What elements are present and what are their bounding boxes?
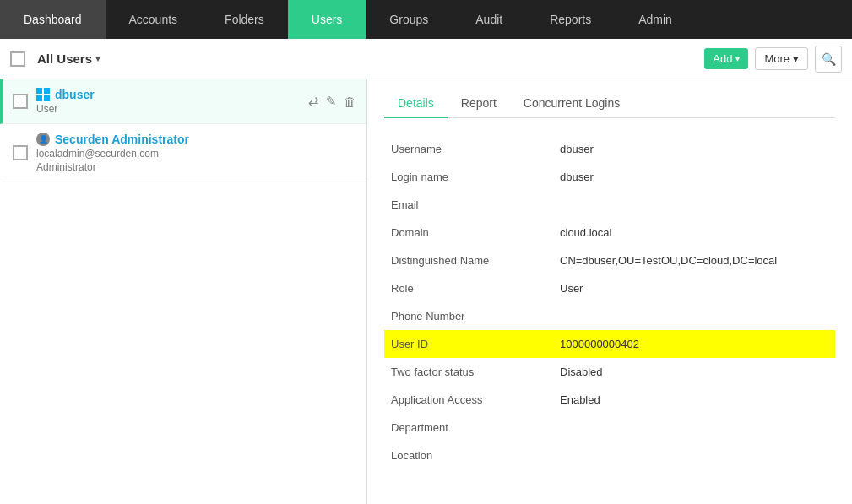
nav-audit[interactable]: Audit [452, 0, 526, 39]
field-distinguished-name: Distinguished Name CN=dbuser,OU=TestOU,D… [384, 247, 835, 274]
all-users-label: All Users [37, 51, 92, 66]
top-nav: Dashboard Accounts Folders Users Groups … [0, 0, 852, 39]
field-value-department [553, 414, 835, 442]
field-label-apaccess: Application Access [384, 386, 553, 414]
user-info-dbuser: dbuser User [36, 88, 300, 115]
field-label-loginname: Login name [384, 163, 553, 191]
all-users-dropdown[interactable]: All Users ▾ [32, 48, 106, 69]
field-username: Username dbuser [384, 135, 835, 163]
svg-rect-3 [44, 95, 50, 101]
field-value-location [553, 442, 835, 469]
user-checkbox-dbuser[interactable] [13, 94, 28, 109]
field-label-username: Username [384, 135, 553, 163]
field-label-dn: Distinguished Name [384, 247, 553, 274]
user-info-admin: 👤 Securden Administrator localadmin@secu… [36, 133, 300, 173]
field-label-email: Email [384, 191, 553, 219]
field-value-dn: CN=dbuser,OU=TestOU,DC=cloud,DC=local [553, 247, 835, 274]
admin-type: Administrator [36, 161, 300, 173]
field-value-apaccess: Enabled [553, 386, 835, 414]
admin-email: localadmin@securden.com [36, 148, 300, 160]
field-value-phone [553, 302, 835, 330]
nav-groups[interactable]: Groups [366, 0, 452, 39]
more-button[interactable]: More ▾ [755, 47, 808, 70]
details-table: Username dbuser Login name dbuser Email … [384, 135, 835, 469]
tab-report[interactable]: Report [448, 89, 510, 118]
select-all-checkbox[interactable] [10, 51, 25, 67]
dbuser-actions: ⇄ ✎ 🗑 [308, 94, 356, 109]
field-email: Email [384, 191, 835, 219]
field-label-userid: User ID [384, 330, 553, 358]
admin-transfer-icon[interactable]: ⇄ [308, 145, 319, 160]
field-value-twofactor: Disabled [553, 358, 835, 386]
detail-tabs: Details Report Concurrent Logins [384, 79, 835, 118]
svg-rect-0 [36, 88, 42, 94]
field-value-loginname: dbuser [553, 163, 835, 191]
search-icon: 🔍 [822, 52, 836, 66]
nav-reports[interactable]: Reports [526, 0, 615, 39]
nav-folders[interactable]: Folders [201, 0, 288, 39]
field-role: Role User [384, 274, 835, 302]
svg-rect-2 [36, 95, 42, 101]
svg-rect-1 [44, 88, 50, 94]
tab-details[interactable]: Details [384, 89, 448, 118]
field-value-domain: cloud.local [553, 219, 835, 247]
field-department: Department [384, 414, 835, 442]
nav-admin[interactable]: Admin [615, 0, 696, 39]
delete-icon[interactable]: 🗑 [344, 95, 356, 109]
field-label-domain: Domain [384, 219, 553, 247]
windows-icon [36, 88, 50, 101]
field-apaccess: Application Access Enabled [384, 386, 835, 414]
more-caret-icon: ▾ [793, 52, 799, 65]
add-label: Add [713, 52, 732, 65]
transfer-icon[interactable]: ⇄ [308, 94, 319, 109]
add-button[interactable]: Add ▾ [704, 48, 748, 69]
field-value-email [553, 191, 835, 219]
edit-icon[interactable]: ✎ [326, 94, 337, 109]
search-button[interactable]: 🔍 [815, 46, 842, 73]
user-checkbox-admin[interactable] [13, 145, 28, 160]
field-domain: Domain cloud.local [384, 219, 835, 247]
field-value-role: User [553, 274, 835, 302]
field-loginname: Login name dbuser [384, 163, 835, 191]
field-label-role: Role [384, 274, 553, 302]
user-row-dbuser[interactable]: dbuser User ⇄ ✎ 🗑 [0, 79, 366, 124]
admin-delete-icon[interactable]: 🗑 [344, 146, 356, 160]
add-caret-icon: ▾ [735, 54, 740, 63]
admin-avatar-icon: 👤 [36, 133, 50, 146]
dbuser-type: User [36, 103, 300, 115]
tab-concurrent-logins[interactable]: Concurrent Logins [510, 89, 633, 118]
field-phone: Phone Number [384, 302, 835, 330]
field-label-twofactor: Two factor status [384, 358, 553, 386]
user-row-admin[interactable]: 👤 Securden Administrator localadmin@secu… [0, 124, 366, 182]
field-value-userid: 1000000000402 [553, 330, 835, 358]
nav-dashboard[interactable]: Dashboard [0, 0, 106, 39]
admin-edit-icon[interactable]: ✎ [326, 145, 337, 160]
field-location: Location [384, 442, 835, 469]
field-label-phone: Phone Number [384, 302, 553, 330]
admin-name-text: Securden Administrator [55, 133, 189, 146]
more-label: More [764, 52, 790, 65]
right-panel: Details Report Concurrent Logins Usernam… [367, 79, 852, 504]
sub-toolbar: All Users ▾ Add ▾ More ▾ 🔍 [0, 39, 852, 79]
field-label-department: Department [384, 414, 553, 442]
field-twofactor: Two factor status Disabled [384, 358, 835, 386]
nav-accounts[interactable]: Accounts [106, 0, 202, 39]
field-label-location: Location [384, 442, 553, 469]
chevron-down-icon: ▾ [95, 53, 100, 64]
user-name-dbuser: dbuser [36, 88, 300, 101]
nav-users[interactable]: Users [288, 0, 366, 39]
dbuser-name-text: dbuser [55, 88, 95, 101]
field-userid: User ID 1000000000402 [384, 330, 835, 358]
admin-name: 👤 Securden Administrator [36, 133, 300, 146]
main-layout: dbuser User ⇄ ✎ 🗑 👤 Securden Administrat… [0, 79, 852, 504]
left-panel: dbuser User ⇄ ✎ 🗑 👤 Securden Administrat… [0, 79, 367, 504]
field-value-username: dbuser [553, 135, 835, 163]
